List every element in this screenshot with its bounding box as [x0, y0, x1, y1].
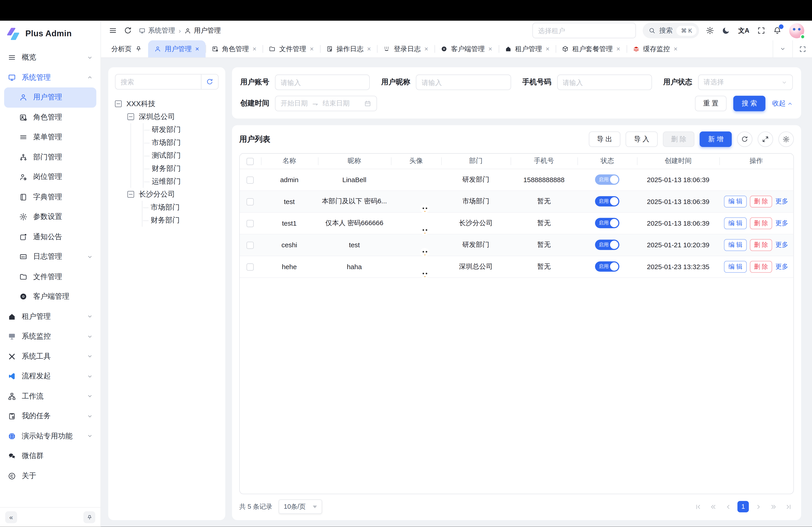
tree-refresh-button[interactable]: [201, 75, 218, 89]
sidebar-item-user-mgmt[interactable]: 用户管理: [4, 88, 96, 107]
sidebar-item-client-mgmt[interactable]: 客户端管理: [0, 287, 100, 306]
edit-button[interactable]: 编 辑: [724, 217, 747, 229]
breadcrumb-item-system[interactable]: 系统管理: [139, 26, 175, 35]
jump-back-button[interactable]: [707, 501, 719, 512]
fullscreen-button[interactable]: [757, 26, 766, 35]
sidebar-item-system[interactable]: 系统管理: [0, 67, 100, 88]
sidebar-collapse-button[interactable]: «: [5, 511, 17, 523]
tree-collapse-icon[interactable]: [115, 100, 122, 107]
page-size-select[interactable]: 10条/页: [278, 499, 322, 514]
tree-leaf[interactable]: 财务部门: [151, 214, 219, 227]
more-button[interactable]: 更多: [775, 262, 788, 271]
tree-leaf[interactable]: 市场部门: [151, 201, 219, 214]
collapse-filter-link[interactable]: 收起: [772, 99, 793, 108]
tab-role-mgmt[interactable]: 角色管理 ×: [205, 40, 263, 58]
status-toggle[interactable]: 启用: [595, 240, 620, 250]
sidebar-item-dept-mgmt[interactable]: 部门管理: [0, 147, 100, 167]
close-icon[interactable]: ×: [367, 46, 371, 52]
tree-search-input[interactable]: [115, 78, 201, 86]
tab-cache-monitor[interactable]: 缓存监控 ×: [626, 40, 684, 58]
export-button[interactable]: 导 出: [589, 132, 620, 147]
sidebar-item-param-settings[interactable]: 参数设置: [0, 207, 100, 227]
sidebar-item-demo-features[interactable]: 演示站专用功能: [0, 426, 100, 446]
tree-leaf[interactable]: 测试部门: [152, 149, 219, 162]
last-page-button[interactable]: [782, 501, 794, 512]
row-checkbox[interactable]: [247, 263, 254, 270]
table-refresh-button[interactable]: [737, 132, 752, 147]
search-button[interactable]: 搜 索: [734, 96, 765, 111]
tabs-dropdown-button[interactable]: [773, 40, 792, 58]
date-range-picker[interactable]: 开始日期 ⇁ 结束日期: [275, 96, 377, 111]
sidebar-item-workflow[interactable]: 工作流: [0, 386, 100, 406]
edit-button[interactable]: 编 辑: [724, 195, 747, 207]
sidebar-item-overview[interactable]: 概览: [0, 48, 100, 67]
sidebar-item-wechat-group[interactable]: 微信群: [0, 446, 100, 466]
close-icon[interactable]: ×: [424, 46, 428, 52]
user-avatar[interactable]: [789, 23, 804, 38]
import-button[interactable]: 导 入: [626, 132, 657, 147]
delete-row-button[interactable]: 删 除: [750, 217, 772, 229]
brand-logo[interactable]: Plus Admin: [0, 21, 100, 47]
status-toggle[interactable]: 启用: [595, 175, 620, 185]
sidebar-pin-button[interactable]: [84, 511, 96, 523]
tab-user-mgmt[interactable]: 用户管理 ×: [148, 40, 205, 58]
page-number-current[interactable]: 1: [737, 501, 749, 512]
language-button[interactable]: 文A: [738, 26, 749, 35]
first-page-button[interactable]: [693, 501, 704, 512]
tree-leaf[interactable]: 运维部门: [152, 175, 219, 188]
sidebar-item-menu-mgmt[interactable]: 菜单管理: [0, 127, 100, 147]
prev-page-button[interactable]: [723, 501, 734, 512]
tab-login-log[interactable]: 登录日志 ×: [377, 40, 434, 58]
tree-leaf[interactable]: 市场部门: [152, 136, 219, 149]
status-select[interactable]: 请选择: [698, 75, 793, 90]
edit-button[interactable]: 编 辑: [724, 260, 747, 272]
close-icon[interactable]: ×: [617, 46, 620, 52]
tree-collapse-icon[interactable]: [128, 114, 134, 120]
tab-tenant-package-mgmt[interactable]: 租户套餐管理 ×: [556, 40, 627, 58]
nickname-input[interactable]: [416, 75, 511, 90]
row-checkbox[interactable]: [247, 220, 254, 227]
dark-mode-button[interactable]: [722, 26, 730, 35]
account-input[interactable]: [275, 75, 370, 90]
sidebar-item-tenant-mgmt[interactable]: 租户管理: [0, 306, 100, 326]
tree-node-root[interactable]: XXX科技: [115, 97, 219, 110]
status-toggle[interactable]: 启用: [595, 261, 620, 272]
more-button[interactable]: 更多: [775, 197, 788, 206]
reset-button[interactable]: 重 置: [695, 96, 727, 111]
sidebar-item-post-mgmt[interactable]: 岗位管理: [0, 167, 100, 187]
settings-button[interactable]: [706, 26, 714, 35]
jump-forward-button[interactable]: [768, 501, 779, 512]
sidebar-item-log-mgmt[interactable]: DEV 日志管理: [0, 247, 100, 267]
delete-row-button[interactable]: 删 除: [750, 195, 772, 207]
tenant-select-input[interactable]: [532, 23, 636, 38]
close-icon[interactable]: ×: [488, 46, 492, 52]
delete-button[interactable]: 删 除: [663, 132, 695, 147]
sidebar-item-process-start[interactable]: 流程发起: [0, 366, 100, 386]
sidebar-item-my-tasks[interactable]: 我的任务: [0, 406, 100, 426]
select-all-checkbox[interactable]: [247, 158, 254, 165]
hamburger-menu-button[interactable]: [109, 26, 117, 35]
row-checkbox[interactable]: [247, 198, 254, 205]
add-button[interactable]: 新 增: [700, 132, 732, 147]
close-icon[interactable]: ×: [673, 46, 677, 52]
tab-analysis[interactable]: 分析页: [105, 40, 148, 58]
tree-leaf[interactable]: 研发部门: [152, 123, 219, 136]
more-button[interactable]: 更多: [775, 240, 788, 249]
tree-collapse-icon[interactable]: [128, 191, 134, 198]
sidebar-item-file-mgmt[interactable]: 文件管理: [0, 267, 100, 287]
notifications-button[interactable]: [773, 26, 782, 35]
sidebar-item-system-monitor[interactable]: 系统监控: [0, 327, 100, 346]
sidebar-item-about[interactable]: 关于: [0, 466, 100, 486]
delete-row-button[interactable]: 删 除: [750, 260, 772, 272]
tab-op-log[interactable]: 操作日志 ×: [320, 40, 377, 58]
row-checkbox[interactable]: [247, 176, 254, 183]
sidebar-item-role-mgmt[interactable]: 角色管理: [0, 107, 100, 127]
status-toggle[interactable]: 启用: [595, 196, 620, 207]
tree-node-branch[interactable]: 长沙分公司: [128, 188, 219, 201]
next-page-button[interactable]: [752, 501, 764, 512]
tree-node-branch[interactable]: 深圳总公司: [128, 110, 219, 123]
delete-row-button[interactable]: 删 除: [750, 239, 772, 251]
close-icon[interactable]: ×: [310, 46, 314, 52]
status-toggle[interactable]: 启用: [595, 218, 620, 228]
tree-leaf[interactable]: 财务部门: [152, 162, 219, 175]
